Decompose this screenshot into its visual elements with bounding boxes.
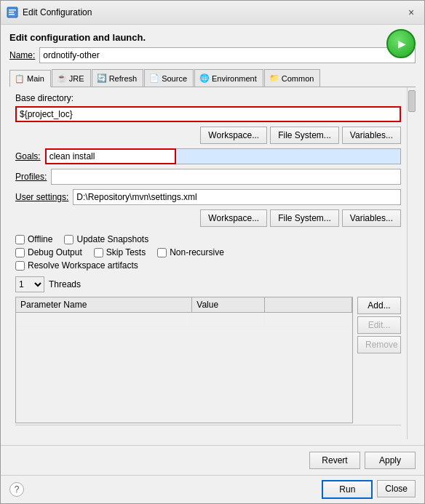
- checkbox-row-1: Offline Update Snapshots: [15, 234, 401, 244]
- revert-button[interactable]: Revert: [309, 452, 360, 469]
- user-settings-row: User settings:: [15, 189, 401, 205]
- update-snapshots-checkbox-item: Update Snapshots: [64, 234, 148, 244]
- table-row-empty: [16, 313, 352, 327]
- offline-checkbox-item: Offline: [15, 234, 52, 244]
- remove-button[interactable]: Remove: [357, 336, 401, 353]
- non-recursive-label: Non-recursive: [170, 247, 224, 257]
- settings-btn-row: Workspace... File System... Variables...: [15, 209, 401, 227]
- name-input[interactable]: [39, 47, 416, 63]
- tab-common[interactable]: 📁 Common: [264, 69, 321, 87]
- params-col-value: Value: [192, 297, 265, 313]
- dialog-subtitle: Edit configuration and launch.: [9, 32, 146, 43]
- run-button[interactable]: Run: [322, 480, 373, 499]
- profiles-input[interactable]: [51, 169, 401, 185]
- dialog-title: Edit Configuration: [23, 7, 92, 17]
- tab-content-area: Base directory: Workspace... File System…: [9, 87, 416, 439]
- offline-checkbox[interactable]: [15, 235, 25, 244]
- params-table-container: Parameter Name Value: [15, 297, 401, 423]
- bottom-bar: ? Run Close: [1, 475, 424, 503]
- source-tab-icon: 📄: [149, 73, 159, 83]
- help-button[interactable]: ?: [9, 482, 24, 497]
- empty-cell-3: [265, 313, 352, 327]
- user-settings-input[interactable]: [73, 189, 401, 205]
- run-launch-button[interactable]: [386, 29, 416, 58]
- apply-button[interactable]: Apply: [365, 452, 416, 469]
- file-system-button-2[interactable]: File System...: [270, 209, 339, 227]
- svg-rect-2: [9, 12, 14, 13]
- basedir-btn-row: Workspace... File System... Variables...: [15, 127, 401, 144]
- tab-refresh[interactable]: 🔄 Refresh: [92, 69, 144, 87]
- tab-environment[interactable]: 🌐 Environment: [194, 69, 263, 87]
- resolve-workspace-checkbox-item: Resolve Workspace artifacts: [15, 260, 138, 271]
- threads-select[interactable]: 1 2 4: [15, 276, 44, 292]
- base-directory-input[interactable]: [15, 106, 401, 122]
- goals-input-ext[interactable]: [176, 148, 401, 164]
- params-col-name: Parameter Name: [16, 297, 192, 313]
- update-snapshots-checkbox[interactable]: [64, 235, 74, 244]
- skip-tests-label: Skip Tests: [106, 247, 146, 257]
- dialog-body: Edit configuration and launch. Name: 📋 M…: [1, 25, 424, 445]
- variables-button-1[interactable]: Variables...: [342, 127, 401, 144]
- goals-label: Goals:: [15, 151, 41, 161]
- vertical-scrollbar[interactable]: [407, 87, 416, 439]
- tab-main[interactable]: 📋 Main: [9, 70, 51, 87]
- header-area: Edit configuration and launch.: [9, 32, 416, 43]
- workspace-button-1[interactable]: Workspace...: [200, 127, 267, 144]
- goals-row: Goals:: [15, 148, 401, 164]
- offline-label: Offline: [28, 234, 52, 244]
- bottom-buttons: Run Close: [24, 480, 416, 499]
- params-table: Parameter Name Value: [15, 297, 353, 423]
- profiles-label: Profiles:: [15, 172, 47, 182]
- checkbox-row-2: Debug Output Skip Tests Non-recursive: [15, 247, 401, 257]
- source-tab-label: Source: [162, 74, 187, 83]
- non-recursive-checkbox[interactable]: [157, 248, 167, 257]
- workspace-button-2[interactable]: Workspace...: [200, 209, 267, 227]
- checkbox-row-3: Resolve Workspace artifacts: [15, 260, 401, 271]
- checkboxes-section: Offline Update Snapshots Debug Output: [15, 234, 401, 273]
- debug-output-label: Debug Output: [28, 247, 82, 257]
- user-settings-label: User settings:: [15, 192, 68, 202]
- jre-tab-icon: ☕: [57, 73, 67, 83]
- jre-tab-label: JRE: [69, 74, 84, 83]
- config-icon: [7, 7, 18, 18]
- tab-source[interactable]: 📄 Source: [144, 69, 194, 87]
- base-directory-label: Base directory:: [15, 93, 401, 103]
- main-tab-content: Base directory: Workspace... File System…: [9, 87, 407, 439]
- svg-rect-3: [9, 14, 15, 15]
- goals-container: [45, 148, 401, 164]
- params-btn-col: Add... Edit... Remove: [357, 297, 401, 423]
- profiles-row: Profiles:: [15, 169, 401, 185]
- horizontal-scrollbar[interactable]: [15, 425, 401, 433]
- goals-input[interactable]: [45, 148, 176, 164]
- skip-tests-checkbox[interactable]: [94, 248, 103, 257]
- svg-rect-1: [9, 9, 16, 11]
- refresh-tab-icon: 🔄: [97, 73, 107, 83]
- params-col-empty: [265, 297, 352, 313]
- edit-button[interactable]: Edit...: [357, 316, 401, 334]
- env-tab-label: Environment: [212, 74, 257, 83]
- update-snapshots-label: Update Snapshots: [76, 234, 148, 244]
- main-tab-icon: 📋: [15, 74, 25, 84]
- name-label: Name:: [9, 50, 35, 60]
- close-bottom-button[interactable]: Close: [377, 480, 416, 497]
- tab-jre[interactable]: ☕ JRE: [52, 69, 91, 87]
- common-tab-icon: 📁: [269, 73, 279, 83]
- title-bar: Edit Configuration ×: [1, 1, 424, 25]
- env-tab-icon: 🌐: [199, 73, 210, 83]
- common-tab-label: Common: [282, 74, 314, 83]
- debug-output-checkbox[interactable]: [15, 248, 25, 257]
- footer-buttons: Revert Apply: [1, 445, 424, 475]
- refresh-tab-label: Refresh: [109, 74, 138, 83]
- resolve-workspace-checkbox[interactable]: [15, 261, 25, 271]
- empty-cell-1: [16, 313, 192, 327]
- threads-row: 1 2 4 Threads: [15, 276, 401, 292]
- name-row: Name:: [9, 47, 416, 63]
- add-button[interactable]: Add...: [357, 297, 401, 314]
- edit-configuration-dialog: Edit Configuration × Edit configuration …: [0, 0, 425, 504]
- scrollbar-thumb[interactable]: [408, 90, 416, 112]
- file-system-button-1[interactable]: File System...: [270, 127, 339, 144]
- empty-cell-2: [192, 313, 265, 327]
- close-title-button[interactable]: ×: [404, 5, 418, 20]
- variables-button-2[interactable]: Variables...: [342, 209, 401, 227]
- debug-output-checkbox-item: Debug Output: [15, 247, 82, 257]
